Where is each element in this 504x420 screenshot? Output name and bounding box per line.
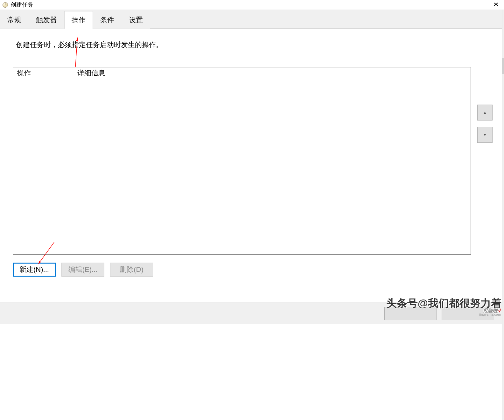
delete-button: 删除(D)	[110, 263, 153, 277]
column-details[interactable]: 详细信息	[74, 67, 471, 79]
button-row: 新建(N)... 编辑(E)... 删除(D)	[13, 263, 493, 277]
tab-settings[interactable]: 设置	[122, 11, 150, 29]
below-area	[0, 324, 502, 420]
close-button[interactable]: ✕	[493, 1, 499, 8]
list-header: 操作 详细信息	[13, 67, 471, 79]
tab-conditions[interactable]: 条件	[93, 11, 122, 29]
tab-general[interactable]: 常规	[0, 11, 29, 29]
move-buttons: ▲ ▼	[477, 67, 493, 255]
tab-actions[interactable]: 操作	[64, 11, 93, 29]
move-up-button[interactable]: ▲	[477, 105, 493, 120]
move-down-button[interactable]: ▼	[477, 127, 493, 143]
watermark-brand-label: 经验啦	[483, 308, 498, 313]
tab-strip: 常规 触发器 操作 条件 设置	[0, 10, 504, 29]
edit-button: 编辑(E)...	[61, 263, 104, 277]
dialog-body: 常规 触发器 操作 条件 设置 创建任务时，必须指定任务启动时发生的操作。 操作…	[0, 10, 504, 302]
watermark-url: jingyanla.com	[479, 313, 501, 316]
checkmark-icon: √	[498, 308, 501, 313]
instruction-text: 创建任务时，必须指定任务启动时发生的操作。	[16, 40, 493, 50]
column-action[interactable]: 操作	[13, 67, 74, 79]
actions-listbox[interactable]: 操作 详细信息	[13, 67, 471, 255]
new-button[interactable]: 新建(N)...	[13, 263, 56, 277]
side-accent	[502, 58, 504, 74]
main-area: 操作 详细信息 ▲ ▼	[13, 67, 493, 255]
window-title: 创建任务	[10, 1, 33, 9]
tab-content-actions: 创建任务时，必须指定任务启动时发生的操作。 操作 详细信息 ▲ ▼ 新建(N).…	[0, 29, 504, 283]
title-bar: 创建任务 ✕	[0, 0, 504, 10]
tab-triggers[interactable]: 触发器	[29, 11, 64, 29]
clock-icon	[3, 2, 8, 8]
